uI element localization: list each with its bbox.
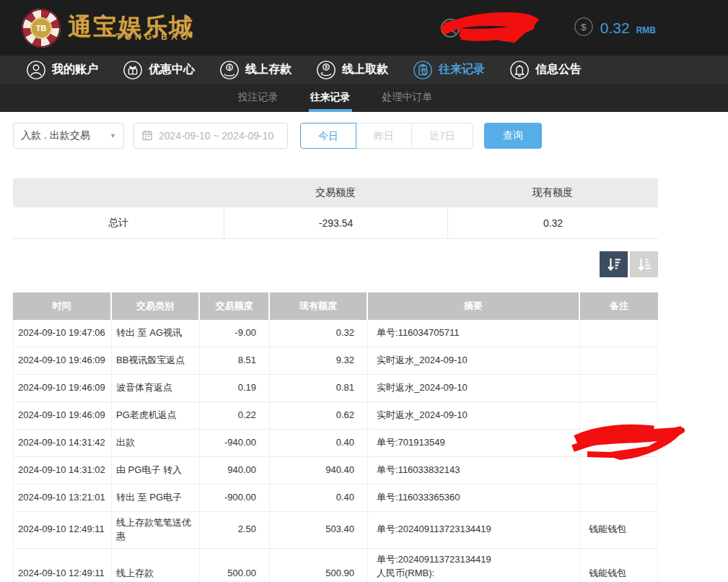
cell-amount: 940.00 bbox=[200, 457, 270, 485]
summary-transaction-total: -293.54 bbox=[224, 207, 447, 239]
withdraw-icon: $ bbox=[316, 60, 336, 80]
cell-balance: 9.32 bbox=[270, 347, 368, 375]
table-row: 2024-09-10 19:46:09 BB视讯骰宝返点 8.51 9.32 实… bbox=[13, 347, 658, 375]
nav-item-deposit[interactable]: $ 线上存款 bbox=[219, 60, 291, 80]
cell-category: 转出 至 PG电子 bbox=[112, 485, 200, 512]
table-row: 2024-09-10 14:31:42 出款 -940.00 0.40 单号:7… bbox=[13, 430, 658, 457]
summary-balance-total: 0.32 bbox=[447, 207, 658, 239]
balance-amount: 0.32 bbox=[600, 19, 630, 37]
redaction-scribble bbox=[437, 11, 545, 45]
nav-item-withdraw[interactable]: $ 线上取款 bbox=[316, 60, 388, 80]
cell-amount: -900.00 bbox=[200, 485, 270, 512]
brand-title-en: TONG BAO bbox=[116, 32, 194, 42]
cell-time: 2024-09-10 14:31:02 bbox=[13, 457, 112, 485]
cell-category: 线上存款 bbox=[112, 549, 200, 582]
cell-summary: 单号:202409113723134419 bbox=[368, 512, 580, 549]
svg-text:$: $ bbox=[228, 64, 231, 70]
cell-balance: 0.32 bbox=[270, 320, 368, 347]
tab-transaction-records[interactable]: 往来记录 bbox=[309, 84, 352, 112]
top-header: TB 通宝娱乐城 TONG BAO bbox=[0, 0, 728, 56]
last7days-button[interactable]: 近7日 bbox=[411, 123, 473, 149]
calendar-icon bbox=[141, 129, 153, 143]
sort-controls bbox=[13, 251, 658, 277]
cell-category: PG老虎机返点 bbox=[112, 402, 200, 430]
summary-empty-header bbox=[13, 178, 224, 207]
table-row: 2024-09-10 13:21:01 转出 至 PG电子 -900.00 0.… bbox=[13, 485, 658, 512]
col-header-amount: 交易额度 bbox=[200, 292, 270, 320]
balance-display[interactable]: $ 0.32 RMB bbox=[574, 17, 656, 40]
transaction-type-select[interactable]: 入款 . 出款交易 ▼ bbox=[13, 123, 124, 149]
cell-note bbox=[580, 375, 658, 402]
cell-amount: -9.00 bbox=[200, 320, 270, 347]
nav-label: 信息公告 bbox=[535, 62, 582, 77]
cell-summary: 单号:701913549 bbox=[368, 430, 580, 457]
casino-chip-icon: TB bbox=[22, 9, 61, 48]
cell-time: 2024-09-10 12:49:11 bbox=[13, 549, 112, 582]
username-area[interactable] bbox=[437, 11, 545, 45]
nav-item-promotions[interactable]: 优惠中心 bbox=[123, 60, 195, 80]
cell-note bbox=[580, 320, 658, 347]
cell-amount: 500.00 bbox=[200, 549, 270, 582]
main-content: 入款 . 出款交易 ▼ 2024-09-10 ~ 2024-09-10 今日 昨… bbox=[0, 112, 728, 582]
cell-note bbox=[580, 485, 658, 512]
today-button[interactable]: 今日 bbox=[300, 123, 356, 149]
sort-descending-button[interactable] bbox=[600, 251, 628, 277]
table-row: 2024-09-10 12:49:11 线上存款 500.00 500.90 单… bbox=[13, 549, 658, 582]
cell-time: 2024-09-10 13:21:01 bbox=[13, 485, 112, 512]
nav-label: 我的账户 bbox=[52, 62, 98, 77]
cell-note: 钱能钱包 bbox=[580, 512, 658, 549]
cell-balance: 0.40 bbox=[270, 485, 368, 512]
main-nav: 我的账户 优惠中心 $ 线上存款 $ 线上取款 bbox=[0, 56, 728, 84]
records-icon bbox=[413, 60, 433, 80]
cell-time: 2024-09-10 19:46:09 bbox=[13, 375, 112, 402]
nav-item-transactions[interactable]: 往来记录 bbox=[413, 60, 485, 80]
transactions-table: 时间 交易类别 交易额度 现有额度 摘要 备注 2024-09-10 19:47… bbox=[13, 292, 658, 582]
nav-label: 优惠中心 bbox=[149, 62, 195, 77]
select-value: 入款 . 出款交易 bbox=[21, 129, 90, 142]
cell-time: 2024-09-10 19:47:06 bbox=[13, 320, 112, 347]
nav-label: 线上存款 bbox=[245, 62, 291, 77]
cell-balance: 0.62 bbox=[270, 402, 368, 430]
table-row: 2024-09-10 19:46:09 PG老虎机返点 0.22 0.62 实时… bbox=[13, 402, 658, 430]
cell-category: BB视讯骰宝返点 bbox=[112, 347, 200, 375]
summary-col-transaction: 交易额度 bbox=[224, 178, 447, 207]
quick-date-buttons: 今日 昨日 近7日 bbox=[300, 123, 473, 149]
date-range-input[interactable]: 2024-09-10 ~ 2024-09-10 bbox=[133, 123, 288, 149]
cell-amount: 2.50 bbox=[200, 512, 270, 549]
col-header-summary: 摘要 bbox=[368, 292, 580, 320]
cell-summary: 单号:116033365360 bbox=[368, 485, 580, 512]
cell-summary: 单号:202409113723134419 人民币(RMB): 500 bbox=[368, 549, 580, 582]
tab-pending-orders[interactable]: 处理中订单 bbox=[381, 84, 434, 112]
date-range-value: 2024-09-10 ~ 2024-09-10 bbox=[159, 130, 273, 142]
cell-balance: 0.81 bbox=[270, 375, 368, 402]
nav-item-my-account[interactable]: 我的账户 bbox=[26, 60, 98, 80]
cell-balance: 503.40 bbox=[270, 512, 368, 549]
cell-amount: 0.22 bbox=[200, 402, 270, 430]
redaction-scribble bbox=[569, 422, 688, 467]
cell-amount: 8.51 bbox=[200, 347, 270, 375]
cell-balance: 940.40 bbox=[270, 457, 368, 485]
nav-item-announcements[interactable]: 信息公告 bbox=[509, 60, 582, 80]
sort-ascending-button[interactable] bbox=[630, 251, 658, 277]
col-header-time: 时间 bbox=[13, 292, 112, 320]
deposit-icon: $ bbox=[219, 60, 240, 80]
table-row: 2024-09-10 12:49:11 线上存款笔笔送优惠 2.50 503.4… bbox=[13, 512, 658, 549]
table-row: 2024-09-10 14:31:02 由 PG电子 转入 940.00 940… bbox=[13, 457, 658, 485]
cell-category: 线上存款笔笔送优惠 bbox=[112, 512, 200, 549]
brand-logo[interactable]: TB 通宝娱乐城 TONG BAO bbox=[22, 9, 194, 48]
cell-category: 波音体育返点 bbox=[112, 375, 200, 402]
money-icon: $ bbox=[574, 17, 594, 40]
cell-balance: 0.40 bbox=[270, 430, 368, 457]
svg-text:$: $ bbox=[581, 21, 587, 32]
tab-bet-records[interactable]: 投注记录 bbox=[237, 84, 280, 112]
summary-total-row: 总计 -293.54 0.32 bbox=[13, 207, 658, 239]
filter-bar: 入款 . 出款交易 ▼ 2024-09-10 ~ 2024-09-10 今日 昨… bbox=[13, 123, 658, 149]
search-button[interactable]: 查询 bbox=[484, 123, 542, 149]
sort-ascending-icon bbox=[636, 256, 652, 272]
summary-row-label: 总计 bbox=[13, 207, 224, 239]
cell-time: 2024-09-10 12:49:11 bbox=[13, 512, 112, 549]
yesterday-button[interactable]: 昨日 bbox=[356, 123, 412, 149]
cell-summary: 单号:116034705711 bbox=[368, 320, 580, 347]
cell-time: 2024-09-10 19:46:09 bbox=[13, 347, 112, 375]
bell-icon bbox=[509, 60, 530, 80]
